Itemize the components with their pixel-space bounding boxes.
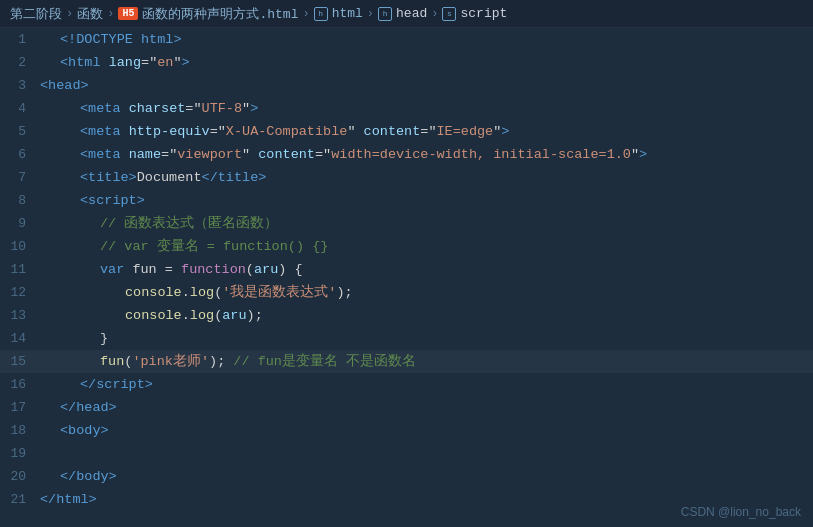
line-content-8: <script> [36, 189, 145, 212]
html5-badge: H5 [118, 7, 138, 20]
line-number-10: 10 [0, 235, 36, 258]
code-line-4: 4 <meta charset="UTF-8"> [0, 97, 813, 120]
code-line-5: 5 <meta http-equiv="X-UA-Compatible" con… [0, 120, 813, 143]
sep-3: › [302, 7, 309, 21]
code-editor: 1 <!DOCTYPE html> 2 <html lang="en"> 3 <… [0, 28, 813, 527]
code-line-19: 19 [0, 442, 813, 465]
line-content-12: console.log('我是函数表达式'); [36, 281, 353, 304]
line-number-11: 11 [0, 258, 36, 281]
code-line-7: 7 <title>Document</title> [0, 166, 813, 189]
line-number-13: 13 [0, 304, 36, 327]
line-number-2: 2 [0, 51, 36, 74]
line-content-2: <html lang="en"> [36, 51, 190, 74]
breadcrumb-item-2: 函数 [77, 5, 103, 23]
line-content-11: var fun = function(aru) { [36, 258, 303, 281]
line-number-9: 9 [0, 212, 36, 235]
line-number-15: 15 [0, 350, 36, 373]
head-icon: h [378, 7, 392, 21]
code-line-18: 18 <body> [0, 419, 813, 442]
line-number-21: 21 [0, 488, 36, 511]
line-content-20: </body> [36, 465, 117, 488]
line-number-17: 17 [0, 396, 36, 419]
code-line-11: 11 var fun = function(aru) { [0, 258, 813, 281]
breadcrumb-item-5: head [396, 6, 427, 21]
line-number-7: 7 [0, 166, 36, 189]
code-line-8: 8 <script> [0, 189, 813, 212]
line-content-15: fun('pink老师'); // fun是变量名 不是函数名 [36, 350, 416, 373]
line-number-3: 3 [0, 74, 36, 97]
line-number-8: 8 [0, 189, 36, 212]
code-line-1: 1 <!DOCTYPE html> [0, 28, 813, 51]
line-content-3: <head> [36, 74, 89, 97]
code-line-16: 16 </script> [0, 373, 813, 396]
line-number-12: 12 [0, 281, 36, 304]
line-content-17: </head> [36, 396, 117, 419]
line-number-1: 1 [0, 28, 36, 51]
code-line-20: 20 </body> [0, 465, 813, 488]
line-number-20: 20 [0, 465, 36, 488]
code-line-13: 13 console.log(aru); [0, 304, 813, 327]
breadcrumb-item-4: html [332, 6, 363, 21]
line-content-7: <title>Document</title> [36, 166, 266, 189]
sep-5: › [431, 7, 438, 21]
line-number-19: 19 [0, 442, 36, 465]
line-number-6: 6 [0, 143, 36, 166]
line-content-14: } [36, 327, 108, 350]
line-content-10: // var 变量名 = function() {} [36, 235, 328, 258]
line-number-18: 18 [0, 419, 36, 442]
code-line-15: 15 fun('pink老师'); // fun是变量名 不是函数名 [0, 350, 813, 373]
breadcrumb-item-1: 第二阶段 [10, 5, 62, 23]
line-content-4: <meta charset="UTF-8"> [36, 97, 258, 120]
sep-4: › [367, 7, 374, 21]
code-line-12: 12 console.log('我是函数表达式'); [0, 281, 813, 304]
line-number-5: 5 [0, 120, 36, 143]
breadcrumb-item-3: 函数的两种声明方式.html [142, 5, 298, 23]
sep-2: › [107, 7, 114, 21]
code-line-2: 2 <html lang="en"> [0, 51, 813, 74]
line-content-5: <meta http-equiv="X-UA-Compatible" conte… [36, 120, 509, 143]
code-line-17: 17 </head> [0, 396, 813, 419]
line-content-16: </script> [36, 373, 153, 396]
html-icon: h [314, 7, 328, 21]
code-line-9: 9 // 函数表达式（匿名函数） [0, 212, 813, 235]
line-content-9: // 函数表达式（匿名函数） [36, 212, 278, 235]
breadcrumb-item-6: script [460, 6, 507, 21]
line-content-21: </html> [36, 488, 97, 511]
line-content-13: console.log(aru); [36, 304, 263, 327]
sep-1: › [66, 7, 73, 21]
breadcrumb: 第二阶段 › 函数 › H5 函数的两种声明方式.html › h html ›… [0, 0, 813, 28]
line-content-18: <body> [36, 419, 109, 442]
watermark: CSDN @lion_no_back [681, 505, 801, 519]
code-line-3: 3 <head> [0, 74, 813, 97]
line-number-16: 16 [0, 373, 36, 396]
code-line-10: 10 // var 变量名 = function() {} [0, 235, 813, 258]
line-content-19 [36, 442, 40, 465]
line-number-4: 4 [0, 97, 36, 120]
line-number-14: 14 [0, 327, 36, 350]
script-icon: s [442, 7, 456, 21]
code-line-14: 14 } [0, 327, 813, 350]
code-line-6: 6 <meta name="viewport" content="width=d… [0, 143, 813, 166]
line-content-6: <meta name="viewport" content="width=dev… [36, 143, 647, 166]
line-content-1: <!DOCTYPE html> [36, 28, 182, 51]
